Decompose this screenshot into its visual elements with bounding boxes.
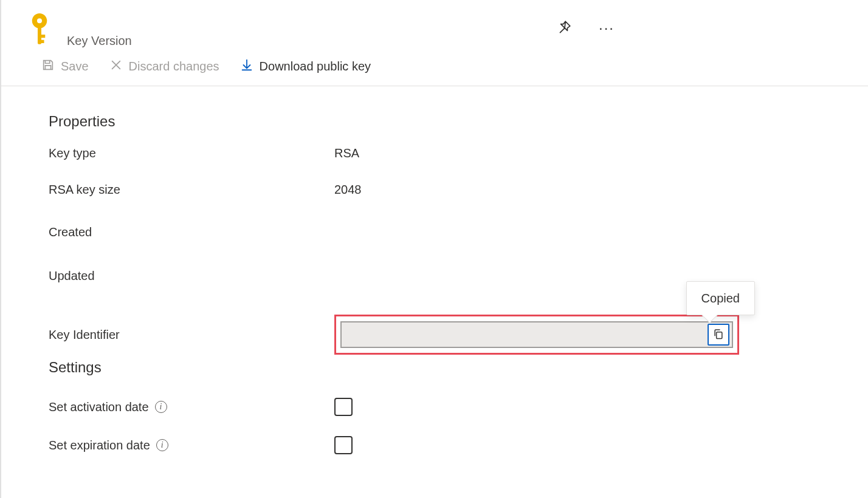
created-row: Created — [49, 220, 868, 264]
download-label: Download public key — [260, 60, 371, 73]
info-icon[interactable]: i — [156, 439, 168, 451]
copy-key-identifier-button[interactable] — [708, 324, 729, 346]
discard-button[interactable]: Discard changes — [103, 55, 226, 78]
copy-icon — [712, 328, 725, 342]
expiration-label-wrap: Set expiration date i — [49, 437, 334, 453]
key-size-value: 2048 — [334, 182, 362, 197]
svg-rect-3 — [38, 35, 45, 38]
key-version-page: Key Version ··· Save — [0, 0, 868, 498]
updated-label: Updated — [49, 268, 334, 284]
page-subtitle: Key Version — [67, 33, 132, 49]
pin-button[interactable] — [553, 17, 575, 39]
expiration-row: Set expiration date i — [49, 423, 868, 458]
close-icon — [109, 58, 123, 75]
svg-point-1 — [37, 18, 42, 23]
command-bar: Save Discard changes Download public key — [1, 49, 868, 86]
download-public-key-button[interactable]: Download public key — [234, 55, 377, 78]
save-button[interactable]: Save — [35, 55, 95, 78]
download-icon — [240, 58, 253, 75]
activation-row: Set activation date i — [49, 387, 868, 423]
page-title-wrap: Key Version — [67, 13, 132, 49]
svg-rect-4 — [38, 40, 44, 43]
more-button[interactable]: ··· — [596, 17, 618, 39]
key-size-row: RSA key size 2048 — [49, 178, 868, 220]
settings-heading: Settings — [49, 358, 868, 377]
expiration-label: Set expiration date — [49, 437, 150, 453]
key-type-row: Key type RSA — [49, 142, 868, 178]
key-type-label: Key type — [49, 145, 334, 161]
properties-heading: Properties — [49, 112, 868, 131]
key-icon — [27, 13, 52, 44]
created-label: Created — [49, 224, 334, 240]
activation-checkbox[interactable] — [334, 398, 353, 416]
svg-rect-5 — [717, 332, 722, 338]
key-size-label: RSA key size — [49, 182, 334, 197]
content-area: Properties Key type RSA RSA key size 204… — [1, 86, 868, 458]
pin-icon — [556, 19, 572, 37]
activation-label: Set activation date — [49, 399, 149, 415]
key-type-value: RSA — [334, 145, 359, 161]
key-identifier-highlight-frame: Copied — [334, 315, 739, 355]
key-identifier-row: Key Identifier Copied — [49, 308, 868, 358]
key-identifier-field-wrap: Copied — [340, 321, 733, 348]
save-label: Save — [61, 60, 89, 73]
header-actions: ··· — [553, 13, 842, 39]
info-icon[interactable]: i — [155, 401, 167, 413]
save-icon — [41, 58, 55, 75]
discard-label: Discard changes — [129, 60, 219, 73]
key-identifier-label: Key Identifier — [49, 327, 334, 343]
activation-label-wrap: Set activation date i — [49, 399, 334, 415]
copied-tooltip-text: Copied — [701, 292, 740, 305]
expiration-checkbox[interactable] — [334, 436, 353, 454]
page-header: Key Version ··· — [1, 0, 868, 49]
copied-tooltip: Copied — [686, 281, 755, 315]
key-identifier-input[interactable] — [342, 322, 708, 347]
